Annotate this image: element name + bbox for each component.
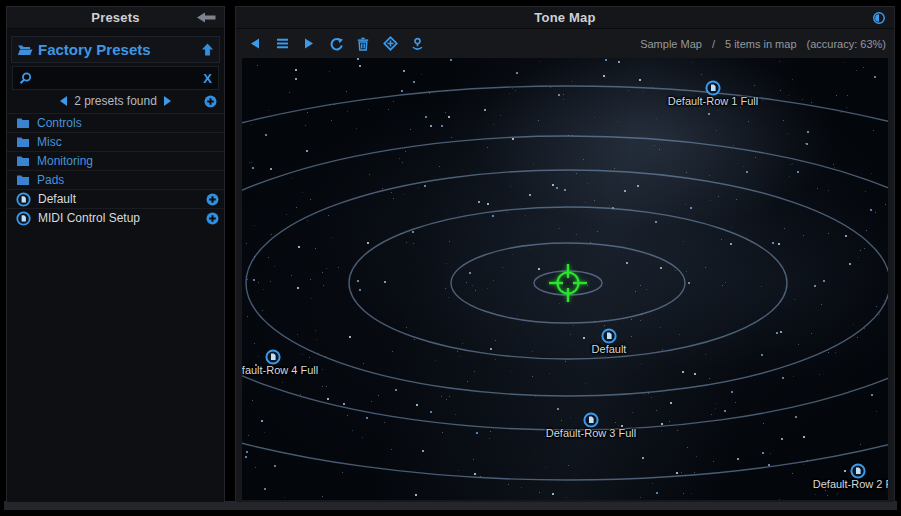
preset-icon [16,211,31,226]
collapse-panel-button[interactable] [197,7,216,28]
map-node-default-row-4-full[interactable]: Default-Row 4 Full [265,349,281,365]
row-label: Misc [37,135,219,149]
folder-icon-wrap [16,155,30,167]
row-label: Monitoring [37,154,219,168]
refresh-button[interactable] [327,35,345,53]
menu-list-button[interactable] [273,35,291,53]
folder-icon-wrap [16,136,30,148]
root-folder-label: Factory Presets [38,41,201,58]
row-label: Pads [37,173,219,187]
add-all-to-map-button[interactable] [204,94,217,112]
folder-row-controls[interactable]: Controls [7,113,224,132]
row-label: MIDI Control Setup [38,211,206,225]
map-node-default[interactable]: Default [601,328,617,344]
tone-map-title: Tone Map [534,10,595,25]
preset-node-icon [601,328,617,344]
tone-map-toolbar: Sample Map / 5 items in map (accuracy: 6… [236,29,894,58]
add-to-map-button[interactable] [206,212,219,225]
preset-node-icon [583,412,599,428]
orbit-ring [534,271,602,295]
prev-triangle-icon [250,38,260,49]
trash-icon [356,37,370,51]
folder-row-monitoring[interactable]: Monitoring [7,151,224,170]
toolbar-icons [246,35,426,53]
accuracy-label: (accuracy: 63%) [807,38,886,50]
presets-header: Presets [7,7,224,29]
prev-triangle-button[interactable] [246,35,264,53]
locate-diamond-button[interactable] [381,35,399,53]
map-pin-icon [410,37,425,51]
next-triangle-button[interactable] [300,35,318,53]
map-node-default-row-2-full[interactable]: Default-Row 2 Full [850,463,866,479]
found-row: 2 presets found [12,91,219,111]
tone-map-header: Tone Map [236,7,894,29]
clear-search-button[interactable]: X [203,72,212,85]
starfield-bright [242,58,244,60]
plus-circle-icon [206,193,219,206]
row-label: Controls [37,116,219,130]
preset-icon [16,192,31,207]
folder-row-pads[interactable]: Pads [7,170,224,189]
map-node-default-row-1-full[interactable]: Default-Row 1 Full [705,80,721,96]
plugin-window: Presets Factory Presets [0,0,901,516]
map-status: Sample Map / 5 items in map (accuracy: 6… [640,38,886,50]
preset-node-icon [850,463,866,479]
presets-panel: Presets Factory Presets [6,6,225,503]
map-node-label: Default-Row 3 Full [546,427,636,439]
starfield-dim [242,58,243,59]
preset-row-midi-control-setup[interactable]: MIDI Control Setup [7,208,224,227]
map-node-label: Default [592,343,627,355]
preset-row-default[interactable]: Default [7,189,224,208]
trash-button[interactable] [354,35,372,53]
map-node-default-row-3-full[interactable]: Default-Row 3 Full [583,412,599,428]
refresh-icon [329,37,343,51]
back-arrow-icon [197,12,216,23]
map-node-label: Default-Row 4 Full [242,364,318,376]
magnifier-icon [19,72,32,85]
up-arrow-icon[interactable] [201,43,214,56]
presets-title: Presets [91,10,139,25]
status-separator: / [712,38,715,50]
folder-icon [16,136,30,148]
map-name-label: Sample Map [640,38,702,50]
open-folder-icon [17,43,33,56]
map-pin-button[interactable] [408,35,426,53]
presets-body: Factory Presets X 2 presets found Cont [7,29,224,227]
items-count-label: 5 items in map [725,38,797,50]
orbit-ring [242,86,888,480]
preset-icon-wrap [16,211,31,226]
found-count-label: 2 presets found [74,94,157,108]
folder-icon [16,174,30,186]
tone-map-canvas[interactable]: Default-Row 1 FullDefaultDefault-Row 4 F… [242,58,888,500]
locate-diamond-icon [383,36,398,51]
tone-map-mode-button[interactable] [872,7,886,28]
map-node-label: Default-Row 1 Full [668,95,758,107]
orbit-ring [242,136,888,430]
menu-list-icon [276,38,289,49]
add-to-map-button[interactable] [206,193,219,206]
next-triangle-icon [304,38,314,49]
preset-node-icon [705,80,721,96]
position-crosshair[interactable] [549,264,587,302]
search-row: X [12,66,219,90]
folder-icon [16,117,30,129]
preset-icon-wrap [16,192,31,207]
row-label: Default [38,192,206,206]
contrast-circle-icon [872,11,886,25]
orbit-ring [451,243,685,323]
folder-icon-wrap [16,117,30,129]
preset-node-icon [265,349,281,365]
prev-preset-button[interactable] [60,96,67,106]
plus-circle-icon [204,95,217,108]
folder-row-misc[interactable]: Misc [7,132,224,151]
map-node-label: Default-Row 2 Full [813,478,888,490]
tone-map-panel: Tone Map Sample Map / 5 items in map (ac… [235,6,895,503]
preset-list: ControlsMiscMonitoringPadsDefaultMIDI Co… [7,113,224,227]
folder-icon [16,155,30,167]
orbit-ring [246,170,888,396]
folder-icon-wrap [16,174,30,186]
root-folder-row[interactable]: Factory Presets [11,36,220,63]
next-preset-button[interactable] [164,96,171,106]
search-input[interactable] [38,70,203,86]
orbit-ring [349,207,787,359]
